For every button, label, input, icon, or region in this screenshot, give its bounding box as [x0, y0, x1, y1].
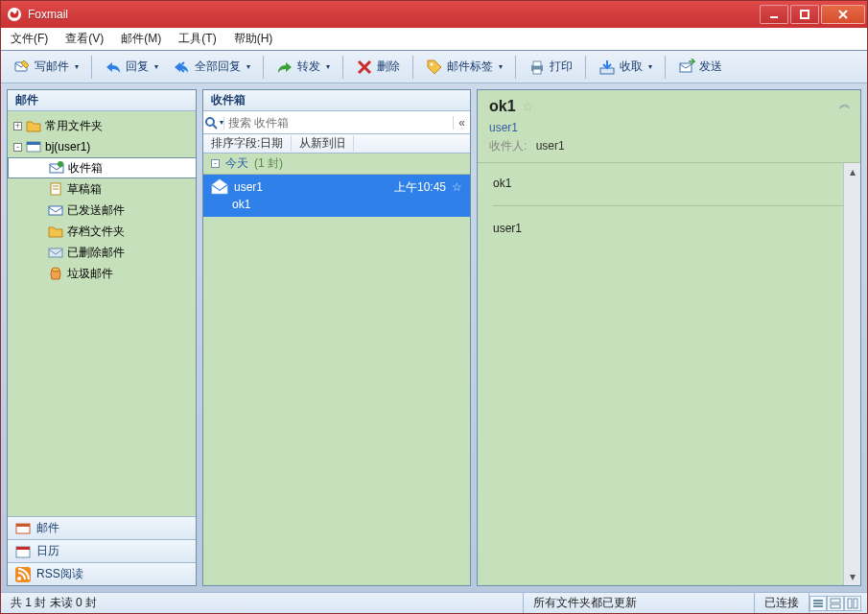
tree-junk[interactable]: 垃圾邮件 [8, 263, 196, 284]
send-button[interactable]: 发送 [673, 56, 727, 79]
svg-rect-27 [16, 547, 30, 550]
tree-label: 存档文件夹 [67, 224, 125, 240]
mail-open-icon [211, 178, 228, 196]
scrollbar[interactable]: ▴ ▾ [843, 163, 860, 585]
message-time: 上午10:45 [394, 179, 446, 196]
print-label: 打印 [550, 59, 573, 75]
tree-inbox[interactable]: 收件箱 [8, 157, 196, 178]
svg-rect-34 [813, 600, 823, 602]
toolbar: 写邮件▾ 回复▾ 全部回复▾ 转发▾ 删除 邮件标签▾ 打印 [1, 51, 867, 83]
svg-point-17 [58, 161, 63, 167]
reply-button[interactable]: 回复▾ [100, 56, 163, 79]
delete-button[interactable]: 删除 [351, 56, 405, 79]
tree-account[interactable]: - bj(user1) [8, 136, 196, 157]
svg-rect-11 [533, 69, 541, 74]
folder-icon [48, 224, 63, 239]
mail-icon [15, 521, 31, 536]
view-split-v-button[interactable] [844, 596, 861, 611]
print-icon [528, 59, 546, 76]
junk-icon [48, 266, 63, 281]
expand-icon[interactable]: + [13, 122, 22, 130]
folder-icon [26, 118, 41, 133]
preview-subject: ok1 [489, 98, 516, 115]
group-today[interactable]: - 今天 (1 封) [203, 154, 470, 175]
search-icon[interactable]: ▾ [203, 116, 224, 130]
tree-archive[interactable]: 存档文件夹 [8, 221, 196, 242]
preview-header: ok1☆ ︽ user1 收件人: user1 [478, 90, 860, 163]
message-list-panel: 收件箱 ▾ « 排序字段:日期 从新到旧 - 今天 (1 封) user1 [202, 89, 471, 586]
svg-rect-36 [813, 605, 823, 607]
collapse-header-icon[interactable]: ︽ [839, 96, 851, 112]
sort-row[interactable]: 排序字段:日期 从新到旧 [203, 134, 470, 154]
reply-all-button[interactable]: 全部回复▾ [169, 56, 255, 79]
nav-calendar[interactable]: 日历 [8, 539, 196, 562]
status-connection: 已连接 [755, 595, 809, 611]
view-split-h-button[interactable] [827, 596, 844, 611]
minimize-button[interactable] [760, 5, 788, 24]
nav-mail[interactable]: 邮件 [8, 516, 196, 539]
tree-label: 垃圾邮件 [67, 266, 113, 282]
statusbar: 共 1 封 未读 0 封 所有文件夹都已更新 已连接 [1, 592, 867, 613]
search-input[interactable] [224, 116, 453, 130]
search-row: ▾ « [203, 111, 470, 134]
star-icon[interactable]: ☆ [522, 99, 534, 114]
view-list-button[interactable] [809, 596, 827, 611]
inbox-icon [49, 160, 64, 176]
sort-field[interactable]: 排序字段:日期 [203, 135, 292, 152]
sort-order[interactable]: 从新到旧 [292, 135, 354, 152]
search-scope-dropdown[interactable]: « [453, 116, 470, 130]
receive-button[interactable]: 收取▾ [594, 56, 657, 79]
sidebar-panel: 邮件 + 常用文件夹 - bj(user1) 收件箱 [7, 89, 197, 586]
tree-label: bj(user1) [45, 140, 90, 154]
nav-label: RSS阅读 [36, 566, 83, 582]
to-label: 收件人: [489, 139, 527, 153]
menubar: 文件(F) 查看(V) 邮件(M) 工具(T) 帮助(H) [1, 28, 867, 51]
reply-label: 回复 [126, 59, 149, 75]
scroll-down-icon[interactable]: ▾ [844, 568, 860, 585]
tree-sent[interactable]: 已发送邮件 [8, 200, 196, 221]
sidebar-header: 邮件 [8, 90, 196, 111]
tree-deleted[interactable]: 已删除邮件 [8, 242, 196, 263]
reply-all-label: 全部回复 [195, 59, 241, 75]
menu-file[interactable]: 文件(F) [11, 31, 48, 47]
forward-icon [276, 59, 293, 76]
svg-rect-10 [533, 61, 541, 66]
message-subject: ok1 [211, 198, 462, 211]
app-icon [7, 7, 22, 22]
menu-tools[interactable]: 工具(T) [178, 31, 216, 47]
calendar-icon [15, 544, 31, 559]
collapse-icon[interactable]: - [13, 143, 22, 152]
forward-button[interactable]: 转发▾ [271, 56, 335, 79]
nav-rss[interactable]: RSS阅读 [8, 562, 196, 585]
svg-point-8 [431, 62, 434, 65]
tree-favorites[interactable]: + 常用文件夹 [8, 115, 196, 136]
delete-icon [356, 59, 373, 76]
svg-rect-15 [27, 142, 40, 145]
body-text: ok1 [493, 177, 845, 190]
close-button[interactable] [821, 5, 865, 24]
menu-mail[interactable]: 邮件(M) [121, 31, 161, 47]
tag-icon [426, 59, 443, 76]
compose-label: 写邮件 [35, 59, 69, 75]
print-button[interactable]: 打印 [524, 56, 577, 79]
tree-drafts[interactable]: 草稿箱 [8, 178, 196, 200]
delete-label: 删除 [377, 59, 400, 75]
compose-button[interactable]: 写邮件▾ [9, 56, 83, 79]
status-count: 共 1 封 未读 0 封 [1, 595, 106, 611]
trash-icon [48, 245, 63, 260]
svg-point-31 [17, 577, 21, 580]
maximize-button[interactable] [790, 5, 819, 24]
scroll-up-icon[interactable]: ▴ [844, 163, 860, 180]
message-item[interactable]: user1 上午10:45 ☆ ok1 [203, 175, 470, 217]
sent-icon [48, 202, 63, 218]
star-icon[interactable]: ☆ [452, 180, 462, 194]
menu-view[interactable]: 查看(V) [65, 31, 104, 47]
menu-help[interactable]: 帮助(H) [234, 31, 273, 47]
tree-label: 已删除邮件 [67, 245, 125, 261]
send-label: 发送 [699, 59, 722, 75]
reply-icon [105, 59, 122, 76]
collapse-icon[interactable]: - [211, 159, 220, 168]
rss-icon [15, 567, 31, 582]
tags-button[interactable]: 邮件标签▾ [421, 56, 507, 79]
view-mode-buttons [809, 596, 861, 611]
